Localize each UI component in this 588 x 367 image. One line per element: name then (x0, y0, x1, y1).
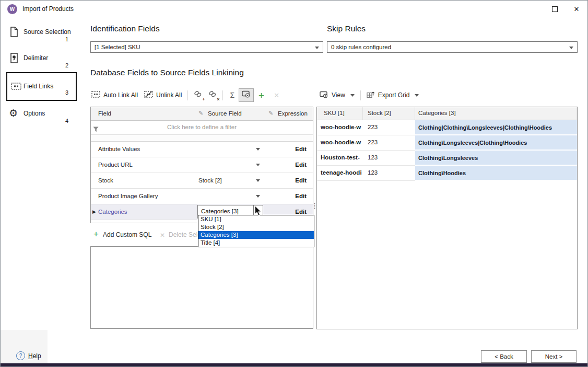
app-logo-icon: W (7, 4, 17, 14)
help-button[interactable]: ? Help (16, 351, 41, 360)
step-number: 3 (65, 89, 68, 96)
preview-eye-icon (242, 90, 251, 100)
expression-sigma-button[interactable]: Σ (226, 91, 239, 99)
sidebar-item-source-selection[interactable]: Source Selection 1 (1, 27, 80, 44)
filter-placeholder: Click here to define a filter (91, 124, 313, 130)
chevron-down-icon (415, 94, 419, 97)
preview-row[interactable]: woo-hoodie-w 223 Clothing\Longsleeves|Cl… (317, 135, 577, 151)
next-button[interactable]: Next > (531, 350, 577, 363)
splitter-handle[interactable]: ⋮ (311, 202, 318, 210)
document-icon (10, 27, 18, 39)
dropdown-option[interactable]: SKU [1] (198, 215, 314, 223)
maximize-button[interactable] (544, 1, 566, 17)
categories-cell: Clothing\Hoodies (415, 166, 577, 181)
stock-cell: 223 (363, 120, 415, 135)
preview-row[interactable]: Houston-test- 123 Clothing\Longsleeves (317, 151, 577, 166)
categories-cell: Clothing\Longsleeves (415, 151, 577, 166)
app-logo-glyph: W (10, 6, 15, 12)
auto-link-all-label: Auto Link All (103, 91, 138, 99)
dropdown-option[interactable]: Stock [2] (198, 223, 314, 231)
preview-row[interactable]: woo-hoodie-w 223 Clothing|Clothing\Longs… (317, 120, 577, 135)
import-dialog: W Import of Products ✕ Source Selection … (0, 0, 588, 367)
close-button[interactable]: ✕ (566, 1, 587, 17)
help-label: Help (28, 352, 41, 360)
field-links-icon (11, 83, 21, 92)
gear-icon: ⚙ (9, 108, 18, 119)
column-header-sku[interactable]: SKU [1] (317, 107, 363, 120)
custom-sql-editor[interactable] (90, 246, 313, 329)
edit-link[interactable]: Edit (295, 177, 307, 183)
show-preview-button[interactable] (239, 88, 254, 102)
sidebar-item-field-links[interactable]: Field Links 3 (1, 81, 80, 99)
sidebar-item-label: Options (23, 110, 45, 117)
toolbar-separator (187, 90, 188, 100)
linking-heading: Database Fields to Source Fields Linkini… (90, 68, 244, 77)
delimiter-icon (10, 53, 18, 65)
add-link-button[interactable]: + (191, 89, 205, 101)
back-button[interactable]: < Back (481, 350, 527, 363)
identification-fields-combo[interactable]: [1 Selected] SKU (90, 41, 323, 53)
pencil-icon: ✎ (268, 110, 273, 117)
sidebar-item-options[interactable]: ⚙ Options 4 (1, 108, 80, 126)
preview-grid-header: SKU [1] Stock [2] Categories [3] (317, 107, 577, 120)
edit-link[interactable]: Edit (295, 146, 307, 152)
unlink-all-button[interactable]: Unlink All (141, 89, 185, 101)
skip-rules-combo[interactable]: 0 skip rules configured (327, 41, 578, 53)
preview-grid: SKU [1] Stock [2] Categories [3] woo-hoo… (316, 107, 578, 329)
chevron-down-icon[interactable] (256, 179, 260, 182)
column-header-source-field[interactable]: Source Field (208, 110, 242, 117)
sidebar-item-delimiter[interactable]: Delimiter 2 (1, 53, 80, 71)
step-number: 4 (65, 118, 68, 124)
source-field-dropdown: SKU [1] Stock [2] Categories [3] Title [… (198, 215, 314, 247)
view-eye-icon (320, 91, 328, 100)
add-field-button[interactable]: + (254, 90, 269, 100)
column-header-expression[interactable]: Expression (278, 110, 308, 117)
dropdown-option[interactable]: Title [4] (198, 239, 314, 247)
auto-link-icon (91, 91, 100, 99)
categories-cell: Clothing\Longsleeves|Clothing\Hoodies (415, 135, 577, 151)
chevron-down-icon[interactable] (256, 195, 260, 198)
window-title: Import of Products (22, 5, 74, 13)
field-row-product-image-gallery[interactable]: Product Image Gallery Edit (91, 189, 313, 204)
remove-link-button[interactable]: × (205, 89, 220, 101)
field-row-product-url[interactable]: Product URL Edit (91, 157, 313, 173)
column-header-field[interactable]: Field (98, 110, 111, 117)
row-focus-marker: ▶ (92, 209, 96, 214)
field-row-stock[interactable]: Stock Stock [2] Edit (91, 173, 313, 189)
edit-link[interactable]: Edit (295, 162, 307, 168)
unlink-icon (144, 91, 153, 99)
filter-row[interactable]: Click here to define a filter (91, 121, 313, 135)
field-links-grid: Field ✎ Source Field ✎ Expression Click … (90, 107, 313, 223)
view-menu-button[interactable]: View (316, 89, 358, 101)
toolbar-separator (222, 90, 223, 100)
identification-fields-value: [1 Selected] SKU (95, 44, 140, 50)
view-label: View (332, 91, 345, 99)
edit-link[interactable]: Edit (295, 209, 307, 215)
auto-link-all-button[interactable]: Auto Link All (88, 89, 141, 101)
chevron-down-icon[interactable] (256, 148, 260, 151)
delete-selected-button-disabled: Delete Sele (169, 231, 201, 238)
x-sub-glyph: × (217, 97, 219, 102)
titlebar: W Import of Products ✕ (1, 1, 587, 17)
field-name: Stock (98, 177, 113, 183)
field-row-attribute-values[interactable]: Attribute Values Edit (91, 142, 313, 157)
export-grid-button[interactable]: Export Grid (363, 89, 422, 101)
toolbar-separator (360, 90, 361, 100)
close-icon: ✕ (574, 5, 580, 13)
pencil-icon: ✎ (198, 110, 203, 117)
field-grid-header: Field ✎ Source Field ✎ Expression (91, 107, 313, 121)
identification-fields-heading: Identification Fields (90, 24, 160, 33)
add-custom-sql-button[interactable]: Add Custom SQL (103, 231, 151, 238)
field-name: Product URL (98, 162, 133, 168)
delete-field-button-disabled: ✕ (269, 91, 284, 99)
edit-link[interactable]: Edit (295, 193, 307, 199)
column-header-categories[interactable]: Categories [3] (415, 107, 577, 120)
preview-row[interactable]: teenage-hoodi 123 Clothing\Hoodies (317, 166, 577, 181)
chevron-down-icon[interactable] (256, 164, 260, 166)
column-header-stock[interactable]: Stock [2] (363, 107, 415, 120)
chevron-down-icon (569, 47, 573, 49)
skip-rules-value: 0 skip rules configured (331, 44, 391, 50)
sku-cell: teenage-hoodi (317, 166, 363, 181)
sku-cell: Houston-test- (317, 151, 363, 166)
dropdown-option-selected[interactable]: Categories [3] (198, 231, 314, 239)
